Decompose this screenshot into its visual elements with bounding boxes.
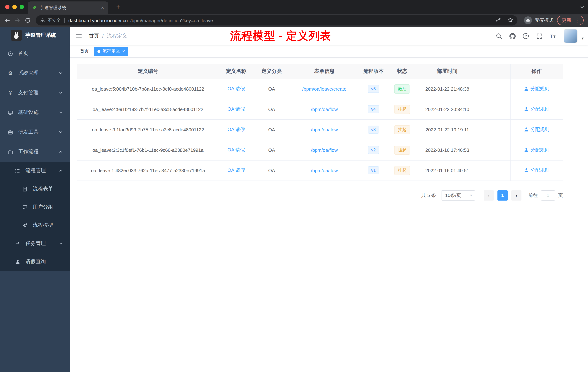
browser-menu-kebab-icon[interactable]: ⋮ <box>575 17 580 23</box>
assign-rule-link[interactable]: 分配规则 <box>524 86 549 92</box>
tab-favicon-leaf-icon <box>32 5 37 10</box>
sidebar-item-process-model[interactable]: 流程模型 <box>0 216 70 234</box>
url-path: /bpm/manager/definition?key=oa_leave <box>130 18 213 23</box>
reload-button[interactable] <box>22 15 33 25</box>
chevron-down-icon <box>59 241 63 246</box>
cell-filler <box>478 119 510 140</box>
pagination-page-1[interactable]: 1 <box>497 190 508 200</box>
sidebar-item-process-form[interactable]: 流程表单 <box>0 180 70 198</box>
tag-label: 首页 <box>80 48 89 54</box>
update-label: 更新 <box>562 17 571 24</box>
cell-version: v1 <box>359 160 388 181</box>
new-tab-button[interactable]: + <box>114 2 123 12</box>
incognito-icon <box>524 16 532 24</box>
definition-name-link[interactable]: OA 请假 <box>227 106 245 112</box>
breadcrumb: 首页 / 流程定义 <box>89 33 127 39</box>
tag-process-definition[interactable]: 流程定义 × <box>94 46 128 56</box>
flag-icon <box>15 241 21 246</box>
github-icon[interactable] <box>508 31 517 41</box>
pagination-next-button[interactable]: › <box>511 190 521 200</box>
window-zoom-button[interactable] <box>20 5 24 9</box>
chevron-down-icon <box>59 90 63 96</box>
sidebar-item-infrastructure[interactable]: 基础设施 <box>0 103 70 122</box>
fullscreen-icon[interactable] <box>535 31 544 41</box>
pagination-prev-button[interactable]: ‹ <box>484 190 494 200</box>
cell-definition-id: oa_leave:1:482ec033-762a-11ec-8477-a2380… <box>77 160 219 181</box>
table-row: oa_leave:1:482ec033-762a-11ec-8477-a2380… <box>77 160 563 181</box>
sidebar-item-user-group[interactable]: 用户分组 <box>0 198 70 216</box>
assign-rule-link[interactable]: 分配规则 <box>524 126 549 133</box>
definition-name-link[interactable]: OA 请假 <box>227 147 245 153</box>
sidebar-item-leave-query[interactable]: 请假查询 <box>0 253 70 271</box>
window-minimize-button[interactable] <box>12 5 17 9</box>
assign-rule-link[interactable]: 分配规则 <box>524 147 549 153</box>
tag-close-icon[interactable]: × <box>122 49 125 54</box>
search-icon[interactable] <box>494 31 504 41</box>
definition-name-link[interactable]: OA 请假 <box>227 127 245 132</box>
password-key-icon[interactable] <box>495 17 501 24</box>
url-bar[interactable]: 不安全 dashboard.yudao.iocoder.cn/bpm/manag… <box>36 15 517 25</box>
sidebar-item-label: 支付管理 <box>18 89 57 96</box>
tab-close-icon[interactable]: × <box>100 5 105 11</box>
sidebar-item-payment-management[interactable]: ¥ 支付管理 <box>0 83 70 103</box>
cell-status: 挂起 <box>388 119 416 140</box>
user-icon <box>524 148 529 152</box>
sidebar-item-process-management[interactable]: 流程管理 <box>0 162 70 180</box>
form-link[interactable]: /bpm/oa/flow <box>311 168 338 173</box>
status-tag: 激活 <box>394 84 410 93</box>
sidebar: 芋道管理系统 首页 ⚙ 系统管理 ¥ 支付管理 <box>0 27 70 372</box>
sidebar-item-home[interactable]: 首页 <box>0 44 70 63</box>
back-button[interactable] <box>2 15 12 25</box>
cell-definition-name: OA 请假 <box>219 140 253 160</box>
user-icon <box>524 107 529 111</box>
paper-plane-icon <box>22 223 28 228</box>
sidebar-item-label: 研发工具 <box>18 129 57 135</box>
form-link[interactable]: /bpm/oa/flow <box>311 107 338 112</box>
user-icon <box>15 259 21 264</box>
svg-text:?: ? <box>525 34 527 38</box>
form-link[interactable]: /bpm/oa/flow <box>311 127 338 132</box>
insecure-label[interactable]: 不安全 <box>48 17 61 23</box>
hamburger-icon[interactable] <box>70 27 88 45</box>
avatar-caret-down-icon[interactable]: ▾ <box>582 36 584 41</box>
pagination-total: 共 5 条 <box>421 192 436 198</box>
page-goto-input[interactable] <box>541 190 555 200</box>
browser-tab[interactable]: 芋道管理系统 × <box>28 1 108 14</box>
bookmark-star-icon[interactable] <box>507 17 513 24</box>
user-avatar[interactable] <box>564 29 578 43</box>
sidebar-item-task-management[interactable]: 任务管理 <box>0 234 70 253</box>
cell-definition-id: oa_leave:3:1fad3d93-7b75-11ec-a3c8-acde4… <box>77 119 219 140</box>
chevron-down-icon <box>59 129 63 135</box>
header-form-info: 表单信息 <box>290 64 359 79</box>
sidebar-item-workflow[interactable]: 工作流程 <box>0 142 70 162</box>
pagination-goto: 前往 页 <box>528 190 563 200</box>
forward-button[interactable] <box>12 15 22 25</box>
app-logo[interactable]: 芋道管理系统 <box>0 27 70 44</box>
tag-label: 流程定义 <box>103 48 120 54</box>
tags-view-bar: 首页 流程定义 × <box>70 45 588 57</box>
tag-home[interactable]: 首页 <box>77 46 92 56</box>
cell-status: 挂起 <box>388 99 416 119</box>
definition-name-link[interactable]: OA 请假 <box>227 86 245 91</box>
form-link[interactable]: /bpm/oa/flow <box>311 147 338 153</box>
form-link[interactable]: /bpm/oa/leave/create <box>302 86 346 92</box>
breadcrumb-home[interactable]: 首页 <box>89 33 99 39</box>
tab-search-caret-icon[interactable] <box>580 4 584 11</box>
briefcase-icon <box>7 149 13 154</box>
assign-rule-link[interactable]: 分配规则 <box>524 106 549 112</box>
header-category: 定义分类 <box>253 64 290 79</box>
pagination: 共 5 条 10条/页 ▾ ‹ 1 › 前往 页 <box>77 190 563 200</box>
svg-text:T: T <box>550 33 553 39</box>
font-size-icon[interactable]: TT <box>548 31 558 41</box>
status-tag: 挂起 <box>394 125 410 134</box>
cell-deploy-time: 2022-01-22 21:48:38 <box>416 79 478 99</box>
assign-rule-link[interactable]: 分配规则 <box>524 167 549 174</box>
cell-status: 激活 <box>388 79 416 99</box>
sidebar-item-dev-tools[interactable]: 研发工具 <box>0 122 70 142</box>
page-size-select[interactable]: 10条/页 ▾ <box>441 190 475 200</box>
help-question-icon[interactable]: ? <box>521 31 531 41</box>
browser-update-button[interactable]: 更新 ⋮ <box>557 16 584 25</box>
definition-name-link[interactable]: OA 请假 <box>227 167 245 173</box>
sidebar-item-system-management[interactable]: ⚙ 系统管理 <box>0 63 70 83</box>
window-close-button[interactable] <box>5 5 10 9</box>
